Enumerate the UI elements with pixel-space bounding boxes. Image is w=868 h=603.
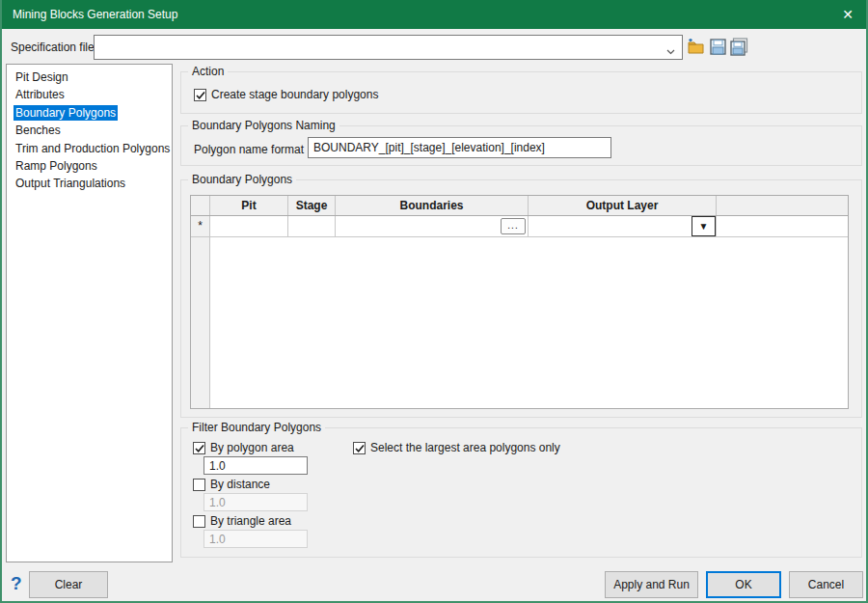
polygon-name-format-input[interactable] [308,137,611,158]
row-filler [717,216,848,237]
sidebar-item-benches[interactable]: Benches [7,122,172,139]
row-header-column [191,196,210,215]
create-stage-boundary-polygons-checkbox[interactable] [194,89,206,101]
largest-area-only-checkbox[interactable] [353,442,366,454]
cell-pit[interactable] [210,216,288,237]
sidebar-item-label: Boundary Polygons [14,105,118,121]
cell-output-layer[interactable]: ▼ [529,216,717,237]
action-group: Action Create stage boundary polygons [180,71,862,114]
column-header-stage[interactable]: Stage [288,196,336,215]
by-polygon-area-input[interactable] [203,456,308,475]
boundary-polygons-table: Pit Stage Boundaries Output Layer * ... … [190,195,849,409]
sidebar-item-label: Output Triangulations [14,176,127,191]
row-header-strip [191,237,210,408]
open-folder-icon[interactable] [687,38,706,56]
by-triangle-area-label: By triangle area [210,514,291,528]
largest-area-only-row: Select the largest area polygons only [353,441,560,454]
output-layer-dropdown-button[interactable]: ▼ [692,216,716,236]
action-group-title: Action [188,65,228,78]
table-header-row: Pit Stage Boundaries Output Layer [191,196,848,216]
by-polygon-area-row: By polygon area [193,441,294,454]
sidebar-item-attributes[interactable]: Attributes [7,86,172,103]
largest-area-only-label: Select the largest area polygons only [370,441,560,454]
sidebar-item-boundary-polygons[interactable]: Boundary Polygons [7,104,172,122]
sidebar-item-output-triangulations[interactable]: Output Triangulations [7,175,172,192]
column-header-output-layer[interactable]: Output Layer [529,196,717,215]
table-row: * ... ▼ [191,216,848,237]
sidebar-item-label: Pit Design [14,69,70,85]
header-filler [717,196,848,215]
by-triangle-area-row: By triangle area [193,514,291,528]
cell-stage[interactable] [288,216,336,237]
polygon-name-format-label: Polygon name format [194,143,304,156]
column-header-boundaries[interactable]: Boundaries [336,196,529,215]
create-stage-boundary-polygons-label: Create stage boundary polygons [211,88,378,101]
sidebar-item-trim-production-polygons[interactable]: Trim and Production Polygons [7,140,172,157]
by-polygon-area-checkbox[interactable] [193,442,205,454]
save-icon[interactable] [710,38,726,56]
clear-button[interactable]: Clear [29,571,108,598]
save-as-icon[interactable] [730,38,748,56]
naming-group-title: Boundary Polygons Naming [188,119,339,132]
sidebar-item-pit-design[interactable]: Pit Design [7,69,172,86]
cancel-button[interactable]: Cancel [789,571,863,598]
by-triangle-area-input[interactable] [203,530,308,548]
apply-and-run-button[interactable]: Apply and Run [605,571,698,598]
specification-file-combobox[interactable] [94,35,683,60]
by-polygon-area-label: By polygon area [210,441,294,454]
sidebar-item-label: Ramp Polygons [14,158,99,174]
help-icon[interactable]: ? [11,573,22,594]
window-title: Mining Blocks Generation Setup [13,8,177,21]
table-empty-area [191,237,848,408]
ok-button[interactable]: OK [706,571,781,598]
by-distance-label: By distance [210,478,270,491]
chevron-down-icon[interactable] [666,44,675,58]
new-row-marker: * [191,216,210,237]
boundaries-browse-button[interactable]: ... [501,218,526,234]
by-distance-row: By distance [193,478,270,491]
specification-file-label: Specification file [11,41,95,54]
mining-blocks-dialog: Mining Blocks Generation Setup ✕ Specifi… [0,0,868,603]
sidebar: Pit Design Attributes Boundary Polygons … [6,64,173,562]
specification-file-input[interactable] [96,37,656,57]
create-stage-boundary-polygons-row: Create stage boundary polygons [194,88,378,101]
title-bar: Mining Blocks Generation Setup ✕ [0,0,868,29]
filter-group-title: Filter Boundary Polygons [188,421,325,434]
sidebar-item-label: Attributes [14,87,67,102]
sidebar-item-ramp-polygons[interactable]: Ramp Polygons [7,157,172,175]
sidebar-item-label: Trim and Production Polygons [14,141,172,156]
by-triangle-area-checkbox[interactable] [193,515,205,528]
column-header-pit[interactable]: Pit [210,196,288,215]
cell-boundaries[interactable]: ... [336,216,529,237]
by-distance-checkbox[interactable] [193,479,205,491]
by-distance-input[interactable] [203,493,308,511]
close-icon[interactable]: ✕ [826,0,868,29]
boundary-polygons-group-title: Boundary Polygons [188,173,296,186]
sidebar-item-label: Benches [14,123,63,138]
